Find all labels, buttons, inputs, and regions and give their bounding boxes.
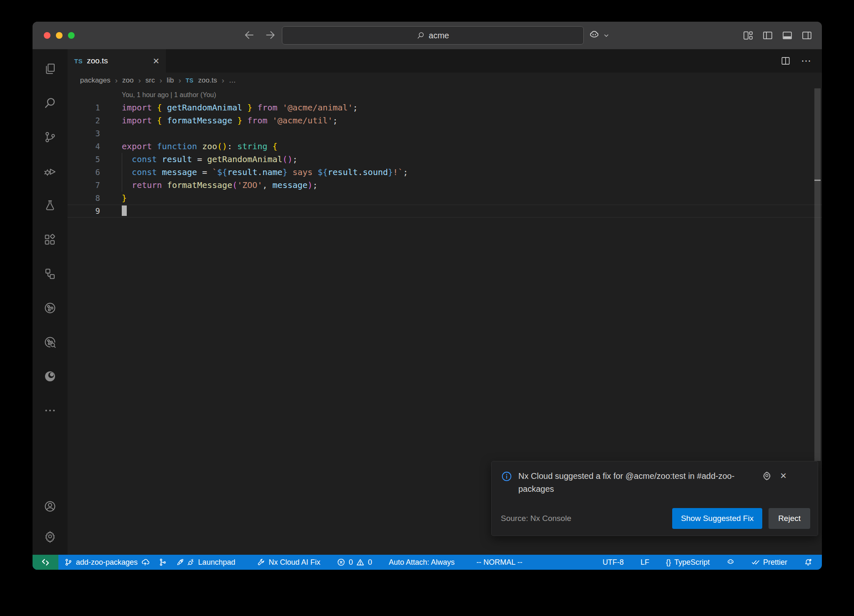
git-merge-icon xyxy=(158,558,167,566)
status-launchpad[interactable]: Launchpad xyxy=(171,555,240,570)
copilot-menu[interactable] xyxy=(588,29,610,42)
toggle-secondary-sidebar-icon[interactable] xyxy=(801,30,813,41)
activity-item-more-views[interactable] xyxy=(39,400,61,421)
reject-button[interactable]: Reject xyxy=(769,508,810,529)
breadcrumb-item[interactable]: packages xyxy=(80,76,111,85)
overview-cursor-marker xyxy=(814,180,821,181)
tab-strip: TS zoo.ts × ⋯ xyxy=(68,49,822,73)
typescript-file-icon: TS xyxy=(186,77,193,84)
status-copilot-status[interactable] xyxy=(722,555,739,570)
split-editor-icon[interactable] xyxy=(780,55,791,66)
bell-dot-icon xyxy=(804,558,812,566)
forward-arrow-icon[interactable] xyxy=(264,29,276,41)
status-bar-left: add-zoo-packagesLaunchpadNx Cloud AI Fix… xyxy=(60,555,527,570)
activity-item-run-and-debug[interactable] xyxy=(39,160,61,182)
notification-toast: Nx Cloud suggested a fix for @acme/zoo:t… xyxy=(491,461,818,536)
status-language-mode[interactable]: {}TypeScript xyxy=(661,555,714,570)
toggle-primary-sidebar-icon[interactable] xyxy=(762,30,774,41)
status-label: Launchpad xyxy=(198,558,235,567)
project-details-icon xyxy=(43,336,57,349)
code-line-7[interactable]: 7 return formatMessage('ZOO', message); xyxy=(68,179,822,192)
activity-item-source-control[interactable] xyxy=(39,126,61,148)
status-commit-graph[interactable] xyxy=(154,555,171,570)
command-center-search[interactable]: acme xyxy=(282,26,584,45)
copilot-icon xyxy=(726,558,735,566)
notification-settings-gear-icon[interactable] xyxy=(762,471,772,481)
activity-item-explorer[interactable] xyxy=(39,58,61,80)
line-number: 1 xyxy=(68,101,100,114)
back-arrow-icon[interactable] xyxy=(243,29,256,41)
info-icon xyxy=(501,471,512,482)
code-line-3[interactable]: 3 xyxy=(68,127,822,140)
remote-icon xyxy=(41,558,50,567)
scrollbar-slider[interactable] xyxy=(814,88,821,461)
show-suggested-fix-button[interactable]: Show Suggested Fix xyxy=(672,508,762,529)
project-graph-icon xyxy=(43,301,57,315)
accounts-icon xyxy=(43,500,57,513)
activity-item-edge-browser[interactable] xyxy=(39,366,61,387)
code-line-2[interactable]: 2import { formatMessage } from '@acme/ut… xyxy=(68,114,822,127)
code-line-5[interactable]: 5 const result = getRandomAnimal(); xyxy=(68,153,822,166)
explorer-icon xyxy=(43,62,57,75)
line-number: 5 xyxy=(68,153,100,166)
status-label: Nx Cloud AI Fix xyxy=(269,558,320,567)
run-and-debug-icon xyxy=(43,165,57,178)
activity-item-settings[interactable] xyxy=(39,526,61,547)
line-number: 9 xyxy=(68,205,100,218)
activity-item-extensions[interactable] xyxy=(39,229,61,250)
zoom-window-button[interactable] xyxy=(68,32,75,39)
code-line-6[interactable]: 6 const message = `${result.name} says $… xyxy=(68,166,822,179)
status-encoding[interactable]: UTF-8 xyxy=(598,555,628,570)
more-actions-icon[interactable]: ⋯ xyxy=(801,56,812,66)
status-prettier[interactable]: Prettier xyxy=(747,555,792,570)
remote-indicator[interactable] xyxy=(33,555,58,570)
window-controls xyxy=(44,32,75,39)
copilot-icon xyxy=(588,29,600,42)
customize-layout-icon[interactable] xyxy=(742,30,754,41)
status-label: LF xyxy=(640,558,649,567)
nx-console-icon xyxy=(43,267,57,280)
tab-close-icon[interactable]: × xyxy=(153,55,159,66)
close-window-button[interactable] xyxy=(44,32,50,39)
tab-zoo-ts[interactable]: TS zoo.ts × xyxy=(68,49,166,73)
code-line-8[interactable]: 8} xyxy=(68,192,822,205)
activity-bar xyxy=(33,49,68,555)
code-line-4[interactable]: 4export function zoo(): string { xyxy=(68,140,822,153)
breadcrumb-item[interactable]: src xyxy=(146,76,155,85)
line-number: 6 xyxy=(68,166,100,179)
status-eol[interactable]: LF xyxy=(636,555,654,570)
breadcrumb-item[interactable]: … xyxy=(229,76,236,85)
git-codelens[interactable]: You, 1 hour ago | 1 author (You) xyxy=(122,88,822,101)
minimize-window-button[interactable] xyxy=(56,32,63,39)
code-line-9[interactable]: 9 xyxy=(68,205,822,218)
activity-item-project-details[interactable] xyxy=(39,331,61,353)
breadcrumb-item[interactable]: zoo.ts xyxy=(198,76,217,85)
status-notifications-bell[interactable] xyxy=(799,555,817,570)
breadcrumb-item[interactable]: zoo xyxy=(122,76,133,85)
activity-item-testing[interactable] xyxy=(39,195,61,216)
status-auto-attach[interactable]: Auto Attach: Always xyxy=(384,555,459,570)
status-nx-cloud-ai-fix[interactable]: Nx Cloud AI Fix xyxy=(252,555,325,570)
rocket-icon xyxy=(176,558,184,566)
code-line-1[interactable]: 1import { getRandomAnimal } from '@acme/… xyxy=(68,101,822,114)
activity-item-nx-console[interactable] xyxy=(39,263,61,285)
chevron-right-icon: › xyxy=(115,76,118,85)
toggle-panel-icon[interactable] xyxy=(781,30,793,41)
breadcrumb-item[interactable]: lib xyxy=(167,76,174,85)
status-label: {} xyxy=(666,558,671,567)
status-bar: add-zoo-packagesLaunchpadNx Cloud AI Fix… xyxy=(33,555,822,570)
status-problems[interactable]: 00 xyxy=(332,555,377,570)
search-icon xyxy=(43,96,57,110)
notification-close-icon[interactable]: × xyxy=(780,471,786,481)
more-views-icon xyxy=(43,404,57,417)
plug-icon xyxy=(186,558,195,566)
status-vim-mode[interactable]: -- NORMAL -- xyxy=(472,555,527,570)
line-number: 8 xyxy=(68,192,100,205)
line-number: 3 xyxy=(68,127,100,140)
status-git-branch[interactable]: add-zoo-packages xyxy=(60,555,154,570)
activity-item-accounts[interactable] xyxy=(39,496,61,517)
activity-item-search[interactable] xyxy=(39,92,61,114)
vscode-window: acme TS zoo.ts × xyxy=(33,22,822,570)
activity-item-project-graph[interactable] xyxy=(39,297,61,319)
status-label: Auto Attach: Always xyxy=(389,558,455,567)
